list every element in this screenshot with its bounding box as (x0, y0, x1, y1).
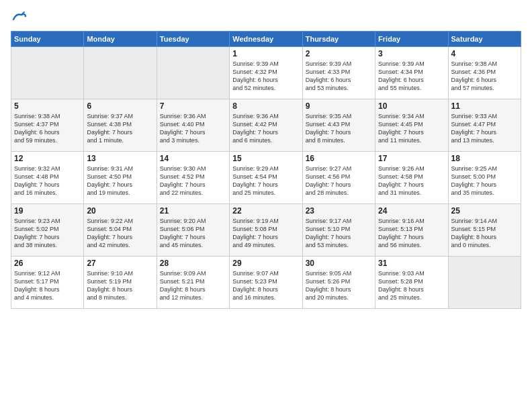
day-cell: 28Sunrise: 9:09 AM Sunset: 5:21 PM Dayli… (157, 257, 229, 309)
day-info: Sunrise: 9:17 AM Sunset: 5:10 PM Dayligh… (306, 217, 372, 250)
day-cell (84, 47, 157, 99)
day-info: Sunrise: 9:38 AM Sunset: 4:36 PM Dayligh… (451, 60, 518, 93)
day-number: 31 (378, 259, 445, 268)
day-cell: 16Sunrise: 9:27 AM Sunset: 4:56 PM Dayli… (302, 152, 375, 204)
logo (11, 11, 30, 24)
day-info: Sunrise: 9:12 AM Sunset: 5:17 PM Dayligh… (14, 269, 81, 302)
day-header-sunday: Sunday (11, 32, 84, 47)
day-number: 30 (306, 259, 372, 268)
day-cell: 14Sunrise: 9:30 AM Sunset: 4:52 PM Dayli… (157, 152, 229, 204)
day-info: Sunrise: 9:33 AM Sunset: 4:47 PM Dayligh… (451, 112, 518, 145)
day-info: Sunrise: 9:39 AM Sunset: 4:33 PM Dayligh… (306, 60, 372, 93)
day-info: Sunrise: 9:19 AM Sunset: 5:08 PM Dayligh… (232, 217, 299, 250)
day-number: 18 (451, 154, 518, 163)
week-row-1: 1Sunrise: 9:39 AM Sunset: 4:32 PM Daylig… (11, 47, 521, 99)
day-cell: 6Sunrise: 9:37 AM Sunset: 4:38 PM Daylig… (84, 99, 157, 152)
day-header-tuesday: Tuesday (157, 32, 229, 47)
day-info: Sunrise: 9:39 AM Sunset: 4:34 PM Dayligh… (378, 60, 445, 93)
day-info: Sunrise: 9:26 AM Sunset: 4:58 PM Dayligh… (378, 165, 445, 197)
day-cell: 4Sunrise: 9:38 AM Sunset: 4:36 PM Daylig… (448, 47, 521, 99)
day-number: 29 (232, 259, 299, 268)
day-cell (448, 257, 521, 309)
day-info: Sunrise: 9:03 AM Sunset: 5:28 PM Dayligh… (378, 269, 445, 302)
day-info: Sunrise: 9:38 AM Sunset: 4:37 PM Dayligh… (14, 112, 81, 145)
day-info: Sunrise: 9:14 AM Sunset: 5:15 PM Dayligh… (451, 217, 518, 250)
day-cell: 23Sunrise: 9:17 AM Sunset: 5:10 PM Dayli… (302, 204, 375, 257)
day-cell (11, 47, 84, 99)
day-cell: 22Sunrise: 9:19 AM Sunset: 5:08 PM Dayli… (230, 204, 302, 257)
day-cell: 17Sunrise: 9:26 AM Sunset: 4:58 PM Dayli… (375, 152, 448, 204)
week-row-4: 19Sunrise: 9:23 AM Sunset: 5:02 PM Dayli… (11, 204, 521, 257)
day-cell: 24Sunrise: 9:16 AM Sunset: 5:13 PM Dayli… (375, 204, 448, 257)
day-info: Sunrise: 9:25 AM Sunset: 5:00 PM Dayligh… (451, 165, 518, 197)
day-info: Sunrise: 9:37 AM Sunset: 4:38 PM Dayligh… (87, 112, 153, 145)
day-number: 19 (14, 206, 81, 216)
day-number: 22 (232, 206, 299, 216)
day-number: 8 (232, 101, 299, 111)
day-header-saturday: Saturday (448, 32, 521, 47)
day-info: Sunrise: 9:16 AM Sunset: 5:13 PM Dayligh… (378, 217, 445, 250)
day-cell: 2Sunrise: 9:39 AM Sunset: 4:33 PM Daylig… (302, 47, 375, 99)
day-header-monday: Monday (84, 32, 157, 47)
day-cell: 1Sunrise: 9:39 AM Sunset: 4:32 PM Daylig… (230, 47, 302, 99)
day-number: 11 (451, 101, 518, 111)
day-number: 15 (232, 154, 299, 163)
day-number: 25 (451, 206, 518, 216)
day-cell (157, 47, 229, 99)
day-cell: 30Sunrise: 9:05 AM Sunset: 5:26 PM Dayli… (302, 257, 375, 309)
day-info: Sunrise: 9:20 AM Sunset: 5:06 PM Dayligh… (160, 217, 226, 250)
day-number: 28 (160, 259, 226, 268)
day-number: 13 (87, 154, 153, 163)
day-cell: 26Sunrise: 9:12 AM Sunset: 5:17 PM Dayli… (11, 257, 84, 309)
day-number: 4 (451, 49, 518, 58)
header-row: SundayMondayTuesdayWednesdayThursdayFrid… (11, 32, 521, 47)
day-info: Sunrise: 9:30 AM Sunset: 4:52 PM Dayligh… (160, 165, 226, 197)
calendar-table: SundayMondayTuesdayWednesdayThursdayFrid… (11, 31, 521, 309)
day-cell: 5Sunrise: 9:38 AM Sunset: 4:37 PM Daylig… (11, 99, 84, 152)
day-info: Sunrise: 9:29 AM Sunset: 4:54 PM Dayligh… (232, 165, 299, 197)
day-info: Sunrise: 9:07 AM Sunset: 5:23 PM Dayligh… (232, 269, 299, 302)
day-info: Sunrise: 9:22 AM Sunset: 5:04 PM Dayligh… (87, 217, 153, 250)
day-cell: 8Sunrise: 9:36 AM Sunset: 4:42 PM Daylig… (230, 99, 302, 152)
day-number: 10 (378, 101, 445, 111)
day-cell: 27Sunrise: 9:10 AM Sunset: 5:19 PM Dayli… (84, 257, 157, 309)
day-number: 7 (160, 101, 226, 111)
day-cell: 3Sunrise: 9:39 AM Sunset: 4:34 PM Daylig… (375, 47, 448, 99)
day-number: 3 (378, 49, 445, 58)
day-number: 2 (306, 49, 372, 58)
day-cell: 9Sunrise: 9:35 AM Sunset: 4:43 PM Daylig… (302, 99, 375, 152)
day-cell: 19Sunrise: 9:23 AM Sunset: 5:02 PM Dayli… (11, 204, 84, 257)
day-info: Sunrise: 9:10 AM Sunset: 5:19 PM Dayligh… (87, 269, 153, 302)
day-info: Sunrise: 9:09 AM Sunset: 5:21 PM Dayligh… (160, 269, 226, 302)
day-number: 6 (87, 101, 153, 111)
day-cell: 15Sunrise: 9:29 AM Sunset: 4:54 PM Dayli… (230, 152, 302, 204)
logo-icon (11, 11, 27, 24)
day-info: Sunrise: 9:34 AM Sunset: 4:45 PM Dayligh… (378, 112, 445, 145)
day-cell: 31Sunrise: 9:03 AM Sunset: 5:28 PM Dayli… (375, 257, 448, 309)
day-cell: 29Sunrise: 9:07 AM Sunset: 5:23 PM Dayli… (230, 257, 302, 309)
day-number: 14 (160, 154, 226, 163)
day-cell: 10Sunrise: 9:34 AM Sunset: 4:45 PM Dayli… (375, 99, 448, 152)
header (11, 11, 521, 24)
day-info: Sunrise: 9:36 AM Sunset: 4:42 PM Dayligh… (232, 112, 299, 145)
day-number: 20 (87, 206, 153, 216)
day-info: Sunrise: 9:39 AM Sunset: 4:32 PM Dayligh… (232, 60, 299, 93)
week-row-5: 26Sunrise: 9:12 AM Sunset: 5:17 PM Dayli… (11, 257, 521, 309)
day-info: Sunrise: 9:36 AM Sunset: 4:40 PM Dayligh… (160, 112, 226, 145)
day-header-thursday: Thursday (302, 32, 375, 47)
day-number: 23 (306, 206, 372, 216)
page-container: SundayMondayTuesdayWednesdayThursdayFrid… (0, 0, 532, 314)
day-info: Sunrise: 9:35 AM Sunset: 4:43 PM Dayligh… (306, 112, 372, 145)
day-cell: 25Sunrise: 9:14 AM Sunset: 5:15 PM Dayli… (448, 204, 521, 257)
day-number: 21 (160, 206, 226, 216)
day-number: 12 (14, 154, 81, 163)
day-cell: 18Sunrise: 9:25 AM Sunset: 5:00 PM Dayli… (448, 152, 521, 204)
day-header-wednesday: Wednesday (230, 32, 302, 47)
day-number: 5 (14, 101, 81, 111)
day-number: 16 (306, 154, 372, 163)
day-info: Sunrise: 9:27 AM Sunset: 4:56 PM Dayligh… (306, 165, 372, 197)
day-number: 26 (14, 259, 81, 268)
week-row-3: 12Sunrise: 9:32 AM Sunset: 4:48 PM Dayli… (11, 152, 521, 204)
week-row-2: 5Sunrise: 9:38 AM Sunset: 4:37 PM Daylig… (11, 99, 521, 152)
day-info: Sunrise: 9:32 AM Sunset: 4:48 PM Dayligh… (14, 165, 81, 197)
